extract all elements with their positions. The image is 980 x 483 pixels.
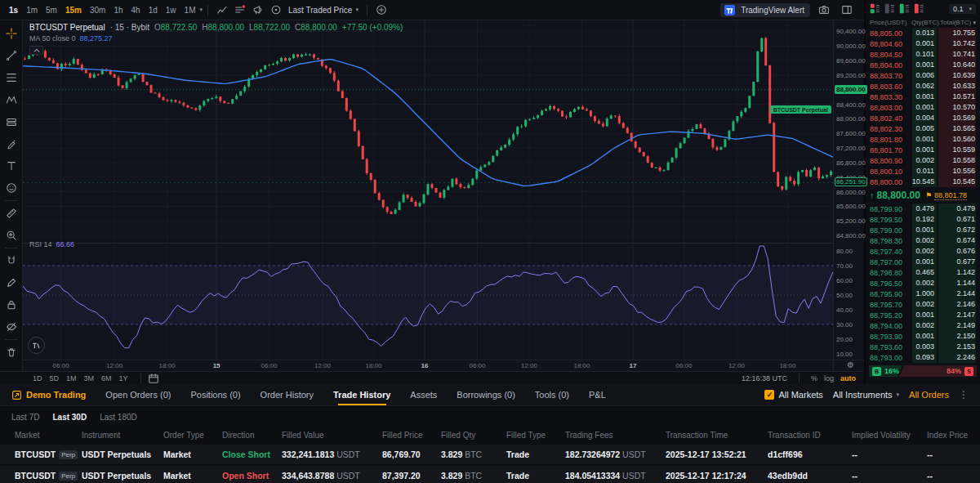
orderbook-ask-row[interactable]: 88,800.0010.54510.545 (866, 177, 980, 187)
orderbook-bid-row[interactable]: 88,795.901.0002.144 (866, 288, 980, 299)
crosshair-icon[interactable] (5, 27, 18, 40)
hide-drawings-icon[interactable] (5, 320, 18, 333)
filter-last-180d[interactable]: Last 180D (100, 413, 137, 422)
plus-circle-icon[interactable] (374, 2, 389, 17)
orderbook-bid-row[interactable]: 88,798.300.0020.674 (866, 235, 980, 246)
orderbook-bid-row[interactable]: 88,793.900.0012.150 (866, 331, 980, 342)
filter-last-30d[interactable]: Last 30D (52, 413, 87, 422)
tab-borrowings-0[interactable]: Borrowings (0) (457, 384, 515, 405)
range-5d[interactable]: 5D (50, 374, 60, 382)
time-axis[interactable]: ⚙ 06:0012:0018:001506:0012:0018:001606:0… (0, 360, 864, 371)
legend-collapse-button[interactable] (29, 46, 43, 55)
orderbook-mode-depth-icon[interactable] (884, 3, 895, 14)
clock[interactable]: 12:16:38 UTC (742, 374, 787, 382)
indicators-icon[interactable] (233, 2, 247, 17)
all-orders-link[interactable]: All Orders (909, 390, 949, 400)
log-scale-button[interactable]: log (824, 374, 834, 382)
target-icon[interactable] (269, 2, 283, 17)
percent-scale-button[interactable]: % (811, 374, 817, 382)
timeframe-5m[interactable]: 5m (42, 4, 61, 16)
xabcd-pattern-icon[interactable] (5, 93, 18, 106)
orderbook-ask-row[interactable]: 88,804.500.10110.741 (866, 49, 980, 60)
tab-positions-0[interactable]: Positions (0) (190, 384, 240, 405)
timeframe-1d[interactable]: 1d (145, 4, 162, 16)
more-options-icon[interactable]: ⋮ (959, 389, 969, 400)
orderbook-ask-row[interactable]: 88,803.700.00610.639 (866, 70, 980, 81)
long-position-icon[interactable] (5, 115, 18, 128)
fib-retracement-icon[interactable] (5, 71, 18, 84)
timeframe-1w[interactable]: 1w (162, 4, 180, 16)
orderbook-bid-row[interactable]: 88,794.000.0022.149 (866, 320, 980, 331)
orderbook-bid-row[interactable]: 88,797.400.0020.676 (866, 246, 980, 257)
tab-tools-0[interactable]: Tools (0) (535, 384, 569, 405)
orderbook-ask-row[interactable]: 88,801.800.00110.560 (866, 134, 980, 145)
orderbook-bid-row[interactable]: 88,799.500.1920.671 (866, 214, 980, 225)
tradingview-alert-button[interactable]: TradingView Alert (720, 3, 810, 17)
timeframe-1m[interactable]: 1m (22, 4, 42, 16)
orderbook-ask-row[interactable]: 88,803.000.00110.570 (866, 102, 980, 113)
line-chart-icon[interactable] (215, 2, 229, 17)
trend-line-icon[interactable] (5, 49, 18, 62)
timeframe-4h[interactable]: 4h (127, 4, 145, 16)
timeframe-30m[interactable]: 30m (86, 4, 109, 16)
orderbook-ask-row[interactable]: 88,802.300.00510.565 (866, 123, 980, 134)
orderbook-ask-row[interactable]: 88,804.000.00110.640 (866, 60, 980, 70)
calendar-icon[interactable] (148, 373, 159, 384)
precision-select[interactable]: 0.1 ▾ (949, 4, 976, 14)
timeframe-1M[interactable]: 1M (180, 4, 200, 16)
orderbook-ask-row[interactable]: 88,800.100.01110.556 (866, 166, 980, 177)
range-6m[interactable]: 6M (101, 374, 112, 382)
delete-trash-icon[interactable] (5, 346, 18, 359)
timeframe-15m[interactable]: 15m (61, 4, 86, 16)
tab-open-orders-0[interactable]: Open Orders (0) (105, 384, 171, 405)
tab-order-history[interactable]: Order History (261, 384, 314, 405)
price-axis[interactable]: 90,400.0090,000.0089,600.0089,200.0088,8… (833, 20, 864, 371)
tradingview-logo[interactable] (28, 337, 45, 354)
lock-icon[interactable] (5, 298, 18, 311)
orderbook-mode-both-icon[interactable] (870, 3, 880, 14)
zoom-in-icon[interactable] (5, 229, 18, 242)
orderbook-mode-sells-icon[interactable] (914, 3, 924, 14)
brush-icon[interactable] (5, 137, 18, 150)
col-total[interactable]: Total(BTC) ▾ (939, 19, 976, 26)
orderbook-last-price[interactable]: 88,800.00 (877, 190, 920, 201)
magnet-icon[interactable] (5, 254, 18, 267)
price-source-dropdown[interactable]: Last Traded Price ▾ (288, 6, 359, 15)
timeframe-1s[interactable]: 1s (5, 4, 22, 16)
emoji-icon[interactable] (5, 181, 18, 195)
orderbook-bid-row[interactable]: 88,797.000.0010.677 (866, 257, 980, 267)
all-instruments-dropdown[interactable]: All Instruments ▾ (833, 390, 899, 400)
orderbook-ask-row[interactable]: 88,803.300.00110.571 (866, 92, 980, 102)
orderbook-ask-row[interactable]: 88,801.700.00110.559 (866, 145, 980, 155)
edit-icon[interactable] (5, 276, 18, 289)
mark-price[interactable]: 88,801.78 (934, 191, 967, 200)
tab-p-l[interactable]: P&L (589, 384, 606, 405)
orderbook-bid-row[interactable]: 88,799.000.0010.672 (866, 225, 980, 235)
range-1m[interactable]: 1M (66, 374, 77, 382)
orderbook-ask-row[interactable]: 88,805.000.01310.755 (866, 28, 980, 38)
orderbook-ask-row[interactable]: 88,800.900.00210.558 (866, 155, 980, 166)
timeframe-dropdown-icon[interactable]: ▾ (199, 7, 203, 13)
orderbook-bid-row[interactable]: 88,796.800.4651.142 (866, 267, 980, 278)
gear-icon[interactable]: ⚙ (847, 360, 854, 369)
orderbook-ask-row[interactable]: 88,802.400.00410.569 (866, 113, 980, 123)
auto-scale-button[interactable]: auto (840, 374, 856, 382)
announcement-icon[interactable] (251, 2, 265, 17)
orderbook-bid-row[interactable]: 88,793.000.0932.246 (866, 352, 980, 363)
camera-icon[interactable] (817, 2, 831, 17)
measure-icon[interactable] (5, 207, 18, 220)
candlestick-chart[interactable] (23, 20, 833, 360)
range-1y[interactable]: 1Y (119, 374, 128, 382)
orderbook-bid-row[interactable]: 88,799.900.4790.479 (866, 203, 980, 214)
orderbook-mode-buys-icon[interactable] (899, 3, 910, 14)
tab-trade-history[interactable]: Trade History (333, 384, 390, 405)
filter-last-7d[interactable]: Last 7D (11, 413, 39, 422)
range-3m[interactable]: 3M (84, 374, 95, 382)
orderbook-bid-row[interactable]: 88,795.700.0022.146 (866, 299, 980, 310)
all-markets-checkbox[interactable]: ✓ All Markets (764, 390, 822, 400)
range-1d[interactable]: 1D (33, 374, 42, 382)
orderbook-ask-row[interactable]: 88,804.600.00110.742 (866, 38, 980, 49)
chart-canvas[interactable]: BTCUSDT Perpetual · 15 · Bybit O88,722.5… (23, 20, 833, 360)
layout-icon[interactable] (840, 2, 854, 17)
tab-assets[interactable]: Assets (410, 384, 437, 405)
